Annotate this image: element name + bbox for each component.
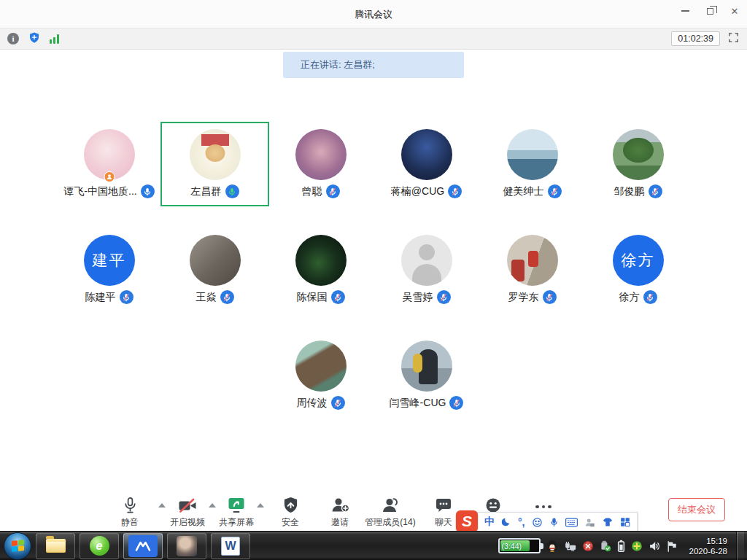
close-icon: ✕	[731, 6, 739, 17]
ime-chinese-mode[interactable]: 中	[484, 516, 495, 529]
ime-toolbox-icon[interactable]	[620, 517, 630, 527]
participant-tile[interactable]: 邹俊鹏	[585, 123, 691, 205]
mic-muted-icon	[331, 396, 345, 410]
participant-avatar	[190, 235, 241, 286]
participant-row-2: 建平 陈建平 王焱 陈保国 吴雪婷	[56, 229, 691, 311]
meeting-topbar: i 01:02:39	[0, 28, 747, 50]
participant-avatar	[190, 129, 241, 180]
participant-name: 徐方	[619, 291, 640, 304]
participant-name: 谭飞-中国地质...	[63, 185, 136, 198]
network-tray-icon[interactable]	[564, 540, 576, 552]
end-meeting-button[interactable]: 结束会议	[668, 498, 725, 521]
participant-row-1: 谭飞-中国地质... 左昌群 曾聪 蒋楠@CUG	[56, 123, 691, 205]
participant-name: 邹俊鹏	[614, 185, 645, 198]
close-button[interactable]: ✕	[722, 0, 747, 22]
more-button[interactable]	[522, 494, 565, 514]
ime-keyboard-icon[interactable]	[565, 518, 578, 527]
participant-tile[interactable]: 蒋楠@CUG	[374, 123, 479, 205]
restore-icon	[707, 8, 713, 15]
protection-shield-icon[interactable]	[28, 31, 40, 47]
volume-tray-icon[interactable]	[649, 540, 661, 552]
participant-name: 吴雪婷	[403, 291, 433, 304]
ime-emoji-icon[interactable]	[532, 517, 543, 528]
ime-voice-icon[interactable]	[549, 517, 559, 528]
updater-tray-icon[interactable]	[631, 540, 643, 552]
participant-avatar	[295, 235, 347, 286]
action-center-flag-icon[interactable]	[667, 540, 678, 552]
mute-button[interactable]: 静音	[97, 494, 163, 529]
participant-row-3: 周传波 闫雪峰-CUG	[268, 335, 479, 416]
participant-tile[interactable]: 吴雪婷	[374, 229, 479, 311]
meeting-info-icon[interactable]: i	[7, 33, 19, 44]
ime-passport-icon[interactable]	[584, 517, 595, 528]
ime-skin-icon[interactable]	[602, 517, 614, 527]
taskbar-clock[interactable]: 15:19 2020-6-28	[689, 536, 727, 556]
minimize-button[interactable]	[673, 0, 697, 22]
ime-moon-icon[interactable]	[501, 517, 511, 527]
taskbar-word-button[interactable]: W	[211, 533, 250, 559]
taskbar-tencent-meeting-button[interactable]	[123, 533, 163, 559]
participant-tile[interactable]: 建平 陈建平	[56, 229, 162, 311]
participant-tile[interactable]: 徐方 徐方	[585, 229, 691, 311]
battery-tray-icon[interactable]	[617, 540, 625, 552]
participant-name: 曾聪	[302, 185, 322, 198]
meeting-timer: 01:02:39	[671, 31, 720, 46]
word-icon: W	[221, 537, 240, 556]
avatar-initials: 建平	[93, 250, 126, 271]
participant-tile[interactable]: 曾聪	[268, 123, 374, 205]
battery-timer-widget[interactable]: (3:44)	[498, 538, 541, 553]
avatar-initials: 徐方	[622, 250, 655, 271]
mic-muted-icon	[548, 184, 562, 198]
window-title: 腾讯会议	[0, 8, 747, 21]
network-signal-icon[interactable]	[50, 34, 59, 44]
system-tray: (3:44) 15:19 2020-6-28	[498, 532, 747, 560]
mic-muted-icon	[643, 290, 657, 304]
clock-time: 15:19	[689, 536, 727, 546]
ime-punctuation-mode[interactable]: °,	[518, 516, 525, 528]
participant-avatar	[295, 129, 347, 180]
taskbar-360-browser-button[interactable]: e	[80, 533, 119, 559]
mic-muted-icon	[543, 290, 557, 304]
participant-avatar: 建平	[84, 235, 135, 286]
participant-tile[interactable]: 健美绅士	[479, 123, 585, 205]
qq-tray-icon[interactable]	[546, 540, 558, 552]
start-button[interactable]	[4, 532, 31, 560]
sogou-logo-icon[interactable]: S	[456, 510, 478, 532]
restore-button[interactable]	[697, 0, 722, 22]
participant-tile[interactable]: 王焱	[162, 229, 268, 311]
fullscreen-icon[interactable]	[727, 31, 740, 47]
participant-avatar-default	[401, 235, 452, 286]
show-desktop-button[interactable]	[736, 532, 744, 560]
taskbar-qq-photo-button[interactable]	[167, 533, 206, 559]
participant-name: 陈建平	[85, 291, 116, 304]
now-speaking-banner: 正在讲话: 左昌群;	[283, 52, 464, 78]
mic-muted-icon	[437, 290, 451, 304]
participant-avatar	[295, 341, 347, 392]
antivirus-tray-icon[interactable]	[582, 540, 594, 552]
360-browser-icon: e	[90, 536, 109, 556]
participant-tile-active-speaker[interactable]: 左昌群	[162, 123, 268, 205]
participant-name: 蒋楠@CUG	[391, 185, 444, 198]
participant-tile[interactable]: 闫雪峰-CUG	[374, 335, 479, 416]
participant-name: 陈保国	[297, 291, 328, 304]
participant-tile[interactable]: 谭飞-中国地质...	[56, 123, 162, 205]
participant-avatar	[507, 235, 558, 286]
participant-tile[interactable]: 罗学东	[479, 229, 585, 311]
participant-tile[interactable]: 陈保国	[268, 229, 374, 311]
mic-on-icon	[141, 184, 155, 198]
taskbar-explorer-button[interactable]	[36, 533, 75, 559]
tencent-meeting-window: 腾讯会议 ✕ i 01:02:39 正在讲话: 左昌群;	[0, 0, 747, 560]
tencent-meeting-icon	[128, 535, 158, 557]
windows-logo-icon	[12, 540, 24, 552]
mic-muted-icon	[326, 184, 340, 198]
participant-tile[interactable]: 周传波	[268, 335, 374, 416]
participant-avatar	[401, 341, 452, 392]
participant-avatar	[84, 129, 135, 180]
mic-muted-icon	[120, 290, 133, 304]
participant-avatar	[613, 129, 664, 180]
host-badge-icon	[104, 171, 115, 182]
usb-tray-icon[interactable]	[600, 540, 611, 552]
mic-muted-icon	[448, 184, 462, 198]
sogou-ime-bar: S 中 °,	[457, 512, 638, 532]
minimize-icon	[681, 10, 689, 12]
